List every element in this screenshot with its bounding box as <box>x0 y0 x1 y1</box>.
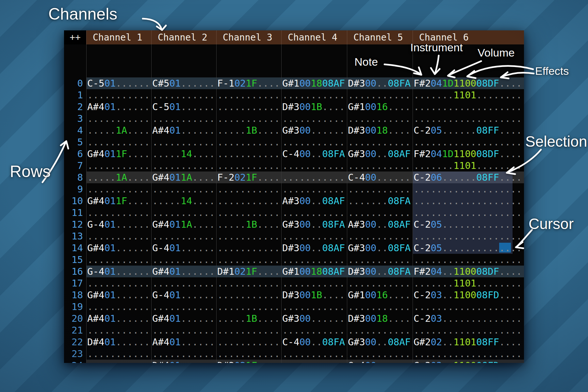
pattern-cell-ch6[interactable]: ................... <box>413 254 524 266</box>
pattern-cell-ch5[interactable]: ........... <box>347 207 413 219</box>
pattern-cell-ch2[interactable]: D#401...... <box>151 360 216 363</box>
pattern-cell-ch3[interactable]: ........... <box>216 148 281 160</box>
pattern-cell-ch3[interactable]: ........... <box>216 101 281 113</box>
pattern-cell-ch5[interactable]: G#300..08AF <box>347 148 413 160</box>
pattern-cell-ch5[interactable]: ........... <box>347 160 413 172</box>
pattern-cell-ch1[interactable]: D#401...... <box>86 336 151 348</box>
pattern-cell-ch6[interactable]: C-203..110008FD.... <box>413 289 524 301</box>
pattern-cell-ch3[interactable]: ........... <box>216 289 281 301</box>
pattern-cell-ch6[interactable]: ................... <box>413 230 524 242</box>
pattern-cell-ch4[interactable]: A#300..08AF <box>281 195 347 207</box>
pattern-cell-ch6[interactable]: C-206......08FF.... <box>413 172 524 183</box>
pattern-cell-ch5[interactable]: D#30018.... <box>347 313 413 324</box>
pattern-cell-ch6[interactable]: C-303..110008FD.... <box>413 360 524 363</box>
pattern-cell-ch6[interactable]: F#204..110008DF.... <box>413 266 524 277</box>
pattern-cell-ch6[interactable]: ................... <box>413 113 524 124</box>
pattern-cell-ch6[interactable]: ................... <box>413 136 524 148</box>
pattern-cell-ch3[interactable]: ........... <box>216 195 281 207</box>
pattern-cell-ch5[interactable]: G#300..08FA <box>347 242 413 254</box>
pattern-cell-ch3[interactable]: ........... <box>216 254 281 266</box>
pattern-cell-ch3[interactable]: D#1021F.... <box>216 266 281 277</box>
pattern-cell-ch1[interactable]: ........... <box>86 254 151 266</box>
pattern-cell-ch1[interactable]: ........... <box>86 301 151 313</box>
pattern-cell-ch2[interactable]: A#401...... <box>151 124 216 136</box>
pattern-cell-ch2[interactable]: G#401...... <box>151 313 216 324</box>
pattern-cell-ch5[interactable]: ........... <box>347 277 413 289</box>
pattern-cell-ch4[interactable]: ........... <box>281 113 347 124</box>
pattern-cell-ch6[interactable]: ................... <box>413 195 524 207</box>
header-corner-button[interactable]: ++ <box>64 30 86 44</box>
pattern-cell-ch4[interactable]: ........... <box>281 277 347 289</box>
pattern-cell-ch3[interactable]: ........... <box>216 324 281 336</box>
pattern-cell-ch6[interactable]: ................... <box>413 301 524 313</box>
pattern-cell-ch6[interactable]: C-205.............. <box>413 219 524 230</box>
pattern-cell-ch3[interactable]: ........... <box>216 336 281 348</box>
pattern-cell-ch2[interactable]: ........... <box>151 348 216 360</box>
pattern-cell-ch2[interactable]: ........... <box>151 277 216 289</box>
pattern-cell-ch2[interactable]: C#501...... <box>151 77 216 89</box>
pattern-cell-ch2[interactable]: G-401...... <box>151 289 216 301</box>
pattern-cell-ch4[interactable]: ........... <box>281 324 347 336</box>
pattern-cell-ch5[interactable]: G#300..08AF <box>347 336 413 348</box>
pattern-cell-ch5[interactable]: ........... <box>347 89 413 101</box>
pattern-cell-ch3[interactable]: ........... <box>216 160 281 172</box>
pattern-cell-ch6[interactable]: C-205......08FF.... <box>413 124 524 136</box>
pattern-cell-ch2[interactable]: ........... <box>151 113 216 124</box>
pattern-cell-ch2[interactable]: .....14.... <box>151 195 216 207</box>
pattern-cell-ch3[interactable]: ........... <box>216 113 281 124</box>
pattern-cell-ch4[interactable]: G#1001808AF <box>281 266 347 277</box>
pattern-cell-ch3[interactable]: F-1021F.... <box>216 77 281 89</box>
pattern-cell-ch5[interactable]: ........... <box>347 301 413 313</box>
pattern-cell-ch5[interactable]: ........... <box>347 183 413 195</box>
pattern-cell-ch4[interactable]: D#3001B.... <box>281 289 347 301</box>
channel-header-4[interactable]: Channel 4 <box>281 30 347 44</box>
pattern-cell-ch4[interactable]: G#300...... <box>281 124 347 136</box>
pattern-cell-ch1[interactable]: G#4011F.... <box>86 195 151 207</box>
pattern-cell-ch1[interactable]: ........... <box>86 324 151 336</box>
pattern-cell-ch5[interactable]: .......08FA <box>347 195 413 207</box>
pattern-cell-ch1[interactable]: ........... <box>86 183 151 195</box>
pattern-cell-ch1[interactable]: G-401...... <box>86 266 151 277</box>
pattern-cell-ch5[interactable]: G#10016.... <box>347 289 413 301</box>
pattern-cell-ch5[interactable]: ........... <box>347 230 413 242</box>
pattern-cell-ch5[interactable]: A#300..08AF <box>347 219 413 230</box>
pattern-cell-ch3[interactable]: ........... <box>216 277 281 289</box>
pattern-cell-ch1[interactable]: ........... <box>86 348 151 360</box>
channel-header-2[interactable]: Channel 2 <box>151 30 216 44</box>
pattern-cell-ch5[interactable]: D#30018.... <box>347 124 413 136</box>
pattern-cell-ch5[interactable]: ........... <box>347 136 413 148</box>
pattern-cell-ch3[interactable]: ........... <box>216 207 281 219</box>
pattern-cell-ch2[interactable]: ........... <box>151 230 216 242</box>
pattern-cell-ch2[interactable]: C-501...... <box>151 101 216 113</box>
pattern-cell-ch1[interactable]: A#401...... <box>86 313 151 324</box>
pattern-cell-ch1[interactable]: G#401...... <box>86 289 151 301</box>
pattern-cell-ch5[interactable]: G#10016.... <box>347 101 413 113</box>
pattern-cell-ch6[interactable]: ................... <box>413 183 524 195</box>
pattern-cell-ch3[interactable]: ........... <box>216 89 281 101</box>
pattern-cell-ch2[interactable]: ........... <box>151 136 216 148</box>
pattern-cell-ch1[interactable]: ........... <box>86 89 151 101</box>
pattern-cell-ch3[interactable]: ........... <box>216 230 281 242</box>
pattern-cell-ch1[interactable]: G-401...... <box>86 219 151 230</box>
pattern-cell-ch3[interactable]: D#2021F.... <box>216 360 281 363</box>
pattern-cell-ch1[interactable]: ........... <box>86 207 151 219</box>
pattern-cell-ch5[interactable]: ........... <box>347 348 413 360</box>
pattern-cell-ch3[interactable]: F-2021F.... <box>216 172 281 183</box>
pattern-cell-ch4[interactable]: C-400..08FA <box>281 336 347 348</box>
pattern-cell-ch2[interactable]: ........... <box>151 207 216 219</box>
pattern-cell-ch4[interactable]: ........... <box>281 207 347 219</box>
pattern-cell-ch1[interactable]: .....1A.... <box>86 172 151 183</box>
pattern-cell-ch2[interactable]: A#401...... <box>151 336 216 348</box>
pattern-cell-ch4[interactable]: ........... <box>281 136 347 148</box>
pattern-cell-ch1[interactable]: ........... <box>86 277 151 289</box>
pattern-cell-ch4[interactable]: ........... <box>281 160 347 172</box>
pattern-cell-ch3[interactable]: ........... <box>216 348 281 360</box>
pattern-cell-ch6[interactable]: G#202..110108FF.... <box>413 336 524 348</box>
pattern-cell-ch6[interactable]: F#2041D110008DF.... <box>413 77 524 89</box>
pattern-cell-ch3[interactable]: .....1B.... <box>216 219 281 230</box>
pattern-cell-ch2[interactable]: G#4011A.... <box>151 172 216 183</box>
pattern-cell-ch6[interactable]: .......1101........ <box>413 160 524 172</box>
pattern-cell-ch6[interactable]: C-205.............. <box>413 242 524 254</box>
pattern-cell-ch6[interactable]: .......1101........ <box>413 277 524 289</box>
pattern-cell-ch4[interactable]: G#1001808AF <box>281 77 347 89</box>
